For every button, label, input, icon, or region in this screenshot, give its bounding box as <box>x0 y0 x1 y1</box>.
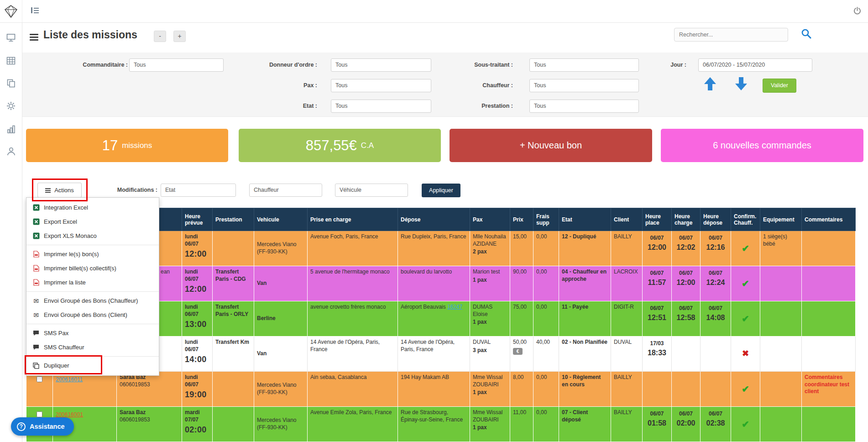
jour-range-input[interactable]: 06/07/2020 - 15/07/2020 <box>698 58 812 72</box>
modification-etat-select[interactable]: Etat <box>161 184 236 197</box>
menu-item-imprimer-liste[interactable]: Imprimer la liste <box>26 275 159 289</box>
menu-item-sms-pax[interactable]: SMS Pax <box>26 326 159 340</box>
etat-cell: 02 - Non Planifiée <box>559 337 611 372</box>
envelope-ic on <box>32 297 40 305</box>
chart-icon <box>7 125 16 135</box>
header-depose: Dépose <box>398 208 470 231</box>
row-checkbox[interactable] <box>37 411 42 417</box>
sous-traitant-select[interactable]: Tous <box>529 58 639 72</box>
header-etat: Etat <box>559 208 611 231</box>
sidebar-item-settings[interactable] <box>0 98 22 115</box>
header-heure-charge: Heure charge <box>672 208 701 231</box>
menu-item-sms-chauffeur[interactable]: SMS Chauffeur <box>26 340 159 354</box>
commanditaire-label: Commanditaire : <box>31 58 128 72</box>
euro-payment-icon <box>513 348 523 355</box>
envelope-icon <box>32 311 40 319</box>
previous-day-arrow-icon[interactable] <box>703 76 717 93</box>
header-frais-supp: Frais supp <box>533 208 559 231</box>
sidebar-item-copy[interactable] <box>0 76 22 92</box>
commanditaire-select[interactable]: Tous <box>129 58 224 72</box>
menu-item-envoi-bons-client[interactable]: Envoi Groupé des Bons (Client) <box>26 308 159 322</box>
power-icon[interactable] <box>853 7 861 16</box>
menu-item-imprimer-billets[interactable]: Imprimer billet(s) collectif(s) <box>26 261 159 275</box>
modification-vehicule-select[interactable]: Véhicule <box>335 184 408 197</box>
menu-separator <box>26 245 159 245</box>
annotation-box-dupliquer <box>25 355 102 374</box>
excel-icon <box>32 232 40 239</box>
prestation-select[interactable]: Tous <box>529 100 639 113</box>
confirmed-check-icon <box>742 282 749 288</box>
header-prix: Prix <box>510 208 533 231</box>
missions-count: 17 <box>102 137 118 154</box>
etat-label: Etat : <box>249 100 317 113</box>
flight-number-link[interactable]: 16247 <box>447 304 462 310</box>
appliquer-button[interactable]: Appliquer <box>422 184 460 197</box>
header-confirm-chauff: Confirm. Chauff. <box>731 208 760 231</box>
assistance-button[interactable]: Assistance <box>11 417 74 436</box>
pdf-icon <box>32 279 40 286</box>
donneur-ordre-select[interactable]: Tous <box>331 58 431 72</box>
nouvelles-commandes-button[interactable]: 6 nouvelles commandes <box>661 129 863 162</box>
pax-select[interactable]: Tous <box>331 79 431 92</box>
table-row: 200616011 Saraa Baz0606019853 lundi 06/0… <box>26 372 856 407</box>
row-checkbox[interactable] <box>37 376 42 382</box>
etat-cell: 12 - Dupliqué <box>559 231 611 266</box>
pdf-icon <box>32 265 40 272</box>
jour-label: Jour : <box>654 58 686 72</box>
header-heure-depose: Heure dépose <box>701 208 731 231</box>
confirmed-check-icon <box>742 317 749 323</box>
header-heure-prevue: Heure prévue <box>182 208 213 231</box>
header-client: Client <box>611 208 643 231</box>
menu-item-export-xls-monaco[interactable]: Export XLS Monaco <box>26 229 159 243</box>
user-icon <box>7 147 16 157</box>
etat-cell: 10 - Règlement en cours <box>559 372 611 407</box>
table-row: 200616001 Saraa Baz0606019853 mardi 07/0… <box>26 407 856 442</box>
page-title: Liste des missions <box>43 29 137 41</box>
chauffeur-select[interactable]: Tous <box>529 79 639 92</box>
header-prestation: Prestation <box>213 208 254 231</box>
missions-label: missions <box>122 141 152 150</box>
modification-chauffeur-select[interactable]: Chauffeur <box>249 184 322 197</box>
title-menu-icon[interactable] <box>30 34 38 41</box>
etat-cell: 11 - Payée <box>559 301 611 337</box>
sidebar-item-table[interactable] <box>0 53 22 69</box>
menu-item-integration-excel[interactable]: Integration Excel <box>26 200 159 215</box>
commentaires-cell: Commentaires coordinateur test client <box>802 372 856 407</box>
etat-select[interactable]: Tous <box>331 100 431 113</box>
etat-cell: 04 - Chauffeur en approche <box>559 266 611 301</box>
pax-label: Pax : <box>249 79 317 92</box>
sidebar-item-account[interactable] <box>0 144 22 160</box>
modifications-label: Modifications : <box>95 183 157 198</box>
next-day-arrow-icon[interactable] <box>734 76 748 93</box>
search-input[interactable] <box>674 28 788 42</box>
top-bar <box>0 0 868 23</box>
confirmed-check-icon <box>742 422 749 429</box>
not-confirmed-cross-icon <box>742 351 749 358</box>
sidebar-item-stats[interactable] <box>0 121 22 138</box>
confirmed-check-icon <box>742 387 749 394</box>
menu-item-export-excel[interactable]: Export Excel <box>26 215 159 229</box>
annotation-box-actions <box>32 179 88 201</box>
sidebar-item-screen[interactable] <box>0 30 22 47</box>
chauffeur-label: Chauffeur : <box>444 79 513 92</box>
zoom-in-button[interactable]: + <box>173 31 186 42</box>
bon-link[interactable]: 200616001 <box>56 411 83 418</box>
monitor-icon <box>6 33 16 43</box>
ca-label: C.A <box>361 141 374 150</box>
menu-item-envoi-bons-chauffeur[interactable]: Envoi Groupé des Bons (Chauffeur) <box>26 294 159 308</box>
app-logo[interactable] <box>0 0 22 22</box>
excel-icon <box>32 218 40 225</box>
menu-item-imprimer-bons[interactable]: Imprimer le(s) bon(s) <box>26 247 159 261</box>
header-commentaires: Commentaires <box>802 208 856 231</box>
etat-cell: 07 - Client déposé <box>559 407 611 442</box>
valider-button[interactable]: Valider <box>763 79 796 93</box>
search-icon[interactable] <box>801 28 811 40</box>
nouveau-bon-button[interactable]: + Nouveau bon <box>450 129 652 162</box>
excel-icon <box>32 204 40 211</box>
zoom-out-button[interactable]: - <box>154 31 166 42</box>
bon-link[interactable]: 200616011 <box>56 376 83 383</box>
sidebar <box>0 23 22 442</box>
question-icon <box>17 422 26 431</box>
prestation-label: Prestation : <box>444 100 513 113</box>
toggle-menu-icon[interactable] <box>31 7 39 15</box>
